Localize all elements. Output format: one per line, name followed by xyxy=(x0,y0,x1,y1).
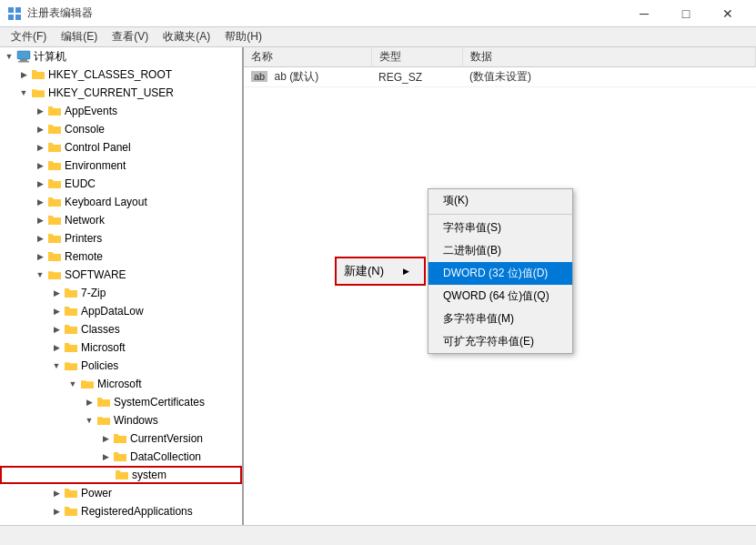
app-icon xyxy=(7,6,22,21)
svg-rect-4 xyxy=(17,51,30,59)
tree-node-hkcr[interactable]: ▶ HKEY_CLASSES_ROOT xyxy=(0,66,242,84)
node-label-environment: Environment xyxy=(65,159,126,172)
tree-node-hkcu[interactable]: ▼ HKEY_CURRENT_USER xyxy=(0,84,242,102)
node-label-eudc: EUDC xyxy=(65,177,96,190)
submenu: 项(K) 字符串值(S) 二进制值(B) DWORD (32 位)值(D) QW… xyxy=(428,188,573,354)
expand-environment[interactable]: ▶ xyxy=(33,158,47,173)
expand-keyboardlayout[interactable]: ▶ xyxy=(33,195,47,209)
tree-node-regapps[interactable]: ▶ RegisteredApplications xyxy=(0,502,242,520)
expand-appevents[interactable]: ▶ xyxy=(33,104,47,118)
menu-edit[interactable]: 编辑(E) xyxy=(54,27,105,46)
tree-node-keyboardlayout[interactable]: ▶ Keyboard Layout xyxy=(0,193,242,211)
submenu-item-multistr[interactable]: 多字符串值(M) xyxy=(428,308,572,330)
expand-datacollection[interactable]: ▶ xyxy=(98,449,113,464)
tree-node-network[interactable]: ▶ Network xyxy=(0,211,242,229)
tree-node-power[interactable]: ▶ Power xyxy=(0,484,242,502)
node-label-regapps: RegisteredApplications xyxy=(81,505,193,518)
expand-hkcu[interactable]: ▼ xyxy=(16,86,31,100)
expand-software[interactable]: ▼ xyxy=(33,267,47,282)
expand-root[interactable]: ▼ xyxy=(2,49,16,64)
tree-node-policies[interactable]: ▼ Policies xyxy=(0,357,242,375)
expand-hkcr[interactable]: ▶ xyxy=(16,67,31,82)
tree-node-systemcerts[interactable]: ▶ SystemCertificates xyxy=(0,393,242,411)
folder-icon-regapps xyxy=(64,504,78,519)
folder-icon-system xyxy=(115,468,129,482)
close-button[interactable]: ✕ xyxy=(707,0,749,27)
tree-node-console[interactable]: ▶ Console xyxy=(0,120,242,138)
table-row[interactable]: ab ab (默认) REG_SZ (数值未设置) xyxy=(244,67,756,87)
submenu-item-string[interactable]: 字符串值(S) xyxy=(428,217,572,239)
menu-help[interactable]: 帮助(H) xyxy=(217,27,269,46)
tree-node-eudc[interactable]: ▶ EUDC xyxy=(0,175,242,193)
folder-icon-remote xyxy=(47,249,62,264)
expand-eudc[interactable]: ▶ xyxy=(33,177,47,191)
expand-policies[interactable]: ▼ xyxy=(49,358,64,373)
tree-node-microsoft[interactable]: ▶ Microsoft xyxy=(0,338,242,357)
tree-node-system[interactable]: ▶ system xyxy=(0,466,242,484)
tree-node-7zip[interactable]: ▶ 7-Zip xyxy=(0,284,242,302)
new-menu-button[interactable]: 新建(N) ▶ xyxy=(335,257,426,286)
menu-file[interactable]: 文件(F) xyxy=(4,27,54,46)
folder-icon-software xyxy=(47,267,62,282)
submenu-item-xiang[interactable]: 项(K) xyxy=(428,189,572,212)
folder-icon-policies xyxy=(64,358,78,373)
node-label-hkcu: HKEY_CURRENT_USER xyxy=(48,86,174,99)
tree-node-appdatalow[interactable]: ▶ AppDataLow xyxy=(0,302,242,320)
expand-classes[interactable]: ▶ xyxy=(49,322,64,337)
folder-icon-appdatalow xyxy=(64,304,78,318)
submenu-item-qword[interactable]: QWORD (64 位)值(Q) xyxy=(428,285,572,308)
expand-controlpanel[interactable]: ▶ xyxy=(33,140,47,155)
col-data: 数据 xyxy=(462,47,756,67)
folder-icon-microsoft xyxy=(64,340,78,355)
node-label-network: Network xyxy=(65,214,105,227)
right-panel: 名称 类型 数据 ab ab (默认) REG_SZ (数值未设置) xyxy=(244,47,756,525)
menu-favorites[interactable]: 收藏夹(A) xyxy=(156,27,217,46)
submenu-item-binary[interactable]: 二进制值(B) xyxy=(428,239,572,262)
tree-node-currentversion[interactable]: ▶ CurrentVersion xyxy=(0,429,242,448)
tree-node-software[interactable]: ▼ SOFTWARE xyxy=(0,266,242,284)
svg-rect-2 xyxy=(8,15,14,20)
tree-node-printers[interactable]: ▶ Printers xyxy=(0,229,242,247)
node-label-currentversion: CurrentVersion xyxy=(130,432,203,445)
submenu-item-dword[interactable]: DWORD (32 位)值(D) xyxy=(428,262,572,285)
tree-root[interactable]: ▼ 计算机 xyxy=(0,47,242,66)
expand-remote[interactable]: ▶ xyxy=(33,249,47,264)
svg-rect-0 xyxy=(8,7,14,13)
expand-ms-policies[interactable]: ▼ xyxy=(66,377,80,391)
maximize-button[interactable]: □ xyxy=(665,0,707,27)
tree-node-datacollection[interactable]: ▶ DataCollection xyxy=(0,448,242,466)
tree-node-controlpanel[interactable]: ▶ Control Panel xyxy=(0,138,242,156)
folder-icon-keyboardlayout xyxy=(47,195,62,209)
expand-regapps[interactable]: ▶ xyxy=(49,504,64,519)
minimize-button[interactable]: ─ xyxy=(623,0,665,27)
tree-node-classes[interactable]: ▶ Classes xyxy=(0,320,242,338)
node-label-ms-policies: Microsoft xyxy=(97,378,142,390)
svg-rect-1 xyxy=(15,7,21,13)
folder-icon-hkcr xyxy=(31,67,45,82)
expand-console[interactable]: ▶ xyxy=(33,122,47,136)
expand-printers[interactable]: ▶ xyxy=(33,231,47,246)
title-bar: 注册表编辑器 ─ □ ✕ xyxy=(0,0,756,27)
tree-node-windows[interactable]: ▼ Windows xyxy=(0,411,242,429)
folder-icon-ms-policies xyxy=(80,377,95,391)
expand-power[interactable]: ▶ xyxy=(49,486,64,500)
folder-icon-classes xyxy=(64,322,78,337)
node-label-hkcr: HKEY_CLASSES_ROOT xyxy=(48,68,172,81)
folder-icon-appevents xyxy=(47,104,62,118)
menu-view[interactable]: 查看(V) xyxy=(105,27,156,46)
expand-network[interactable]: ▶ xyxy=(33,213,47,227)
svg-rect-5 xyxy=(20,59,27,61)
tree-node-remote[interactable]: ▶ Remote xyxy=(0,247,242,266)
tree-node-appevents[interactable]: ▶ AppEvents xyxy=(0,102,242,120)
expand-appdatalow[interactable]: ▶ xyxy=(49,304,64,318)
tree-node-environment[interactable]: ▶ Environment xyxy=(0,156,242,175)
submenu-item-expandstr[interactable]: 可扩充字符串值(E) xyxy=(428,330,572,353)
expand-currentversion[interactable]: ▶ xyxy=(98,431,113,446)
node-label-datacollection: DataCollection xyxy=(130,450,201,463)
expand-systemcerts[interactable]: ▶ xyxy=(82,395,96,409)
expand-7zip[interactable]: ▶ xyxy=(49,286,64,300)
tree-panel[interactable]: ▼ 计算机 ▶ HKEY_CLASSES_ROOT ▼ xyxy=(0,47,244,525)
expand-microsoft[interactable]: ▶ xyxy=(49,340,64,355)
expand-windows[interactable]: ▼ xyxy=(82,413,96,428)
tree-node-ms-policies[interactable]: ▼ Microsoft xyxy=(0,375,242,393)
